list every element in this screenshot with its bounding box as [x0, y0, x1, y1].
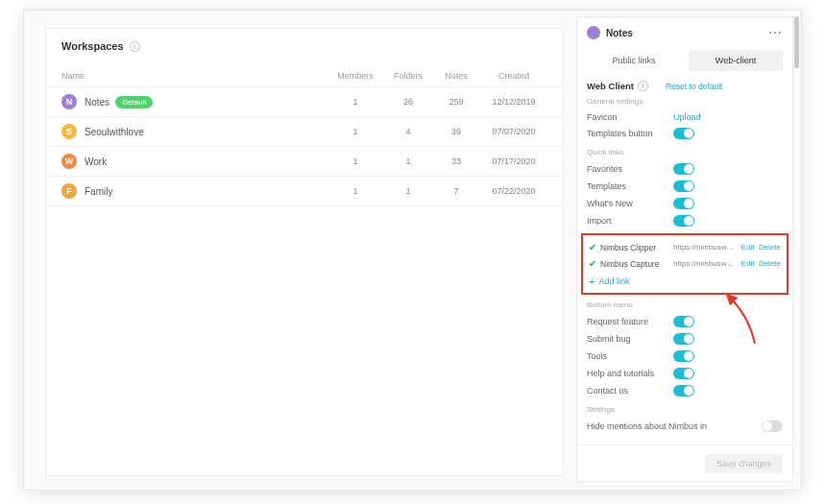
col-folders: Folders: [384, 71, 432, 81]
custom-links-highlighted-area: ✔Nimbus Clipperhttps://nimbusweb.me/clip…: [581, 233, 789, 295]
group-quick-links: Quick links: [587, 148, 783, 156]
cell-created: 12/12/2019: [480, 97, 547, 107]
section-web-client: Web Client: [587, 81, 634, 91]
cell-notes: 39: [432, 127, 480, 136]
cell-notes: 259: [432, 97, 480, 107]
custom-link-url: https://nimbusweb.me/clip…: [673, 243, 736, 252]
table-header-row: Name Members Folders Notes Created: [46, 65, 563, 87]
submit-label: Submit bug: [587, 334, 667, 344]
import-toggle[interactable]: [673, 215, 694, 227]
cell-notes: 33: [432, 156, 480, 166]
request-label: Request feature: [587, 317, 667, 326]
workspace-avatar-icon: [587, 26, 600, 39]
contact-label: Contact us: [587, 386, 667, 396]
cell-folders: 26: [384, 97, 432, 107]
workspace-icon: F: [61, 183, 77, 199]
contact-toggle[interactable]: [673, 385, 694, 396]
group-bottom-menu: Bottom menu: [587, 300, 783, 309]
cell-notes: 7: [432, 186, 480, 196]
workspace-name: Family: [85, 186, 112, 197]
templates-button-label: Templates button: [587, 129, 667, 138]
check-icon: ✔: [589, 258, 596, 269]
templates-button-toggle[interactable]: [673, 128, 694, 139]
table-row[interactable]: NNotesDefault12625912/12/2019: [46, 87, 563, 117]
custom-link-url: https://nimbusweb.me/scre…: [673, 259, 736, 268]
cell-members: 1: [327, 97, 384, 107]
help-label: Help and tutorials: [587, 369, 667, 378]
custom-link-row: ✔Nimbus Capturehttps://nimbusweb.me/scre…: [589, 255, 781, 272]
cell-folders: 1: [384, 186, 432, 196]
hide-mentions-label: Hide mentions about Nimbus in: [587, 421, 756, 431]
add-link-label: Add link: [598, 276, 629, 286]
group-general: General settings: [587, 97, 783, 106]
custom-link-name: Nimbus Clipper: [600, 243, 669, 252]
edit-link[interactable]: Edit: [741, 243, 755, 252]
table-row[interactable]: WWork113307/17/2020: [46, 147, 563, 177]
col-created: Created: [480, 71, 547, 81]
add-link-button[interactable]: + Add link: [589, 272, 781, 287]
panel-title: Notes: [606, 28, 763, 38]
workspaces-heading: Workspaces i: [46, 29, 563, 65]
group-settings: Settings: [587, 405, 783, 414]
col-members: Members: [327, 71, 384, 81]
workspace-name: Work: [85, 156, 107, 167]
delete-link[interactable]: Delete: [759, 259, 781, 268]
cell-created: 07/22/2020: [480, 186, 547, 196]
save-changes-button[interactable]: Save changes: [705, 454, 783, 473]
edit-link[interactable]: Edit: [741, 259, 755, 268]
info-icon[interactable]: i: [130, 41, 140, 52]
workspace-name: Notes: [85, 97, 109, 108]
import-label: Import: [587, 216, 667, 226]
help-toggle[interactable]: [673, 368, 694, 379]
tab-public-links[interactable]: Public links: [587, 50, 681, 71]
cell-members: 1: [327, 127, 384, 136]
hide-mentions-toggle[interactable]: [762, 420, 783, 432]
workspace-icon: N: [61, 94, 77, 109]
cell-created: 07/07/2020: [480, 127, 547, 136]
plus-icon: +: [589, 276, 594, 287]
whatsnew-toggle[interactable]: [673, 198, 694, 209]
reset-to-default-link[interactable]: Reset to default: [666, 82, 723, 91]
workspace-icon: S: [61, 124, 77, 139]
cell-members: 1: [327, 156, 384, 166]
settings-panel: Notes ⋯ Public links Web-client Web Clie…: [576, 16, 793, 482]
tools-label: Tools: [587, 351, 667, 361]
custom-link-row: ✔Nimbus Clipperhttps://nimbusweb.me/clip…: [589, 239, 781, 255]
submit-toggle[interactable]: [673, 333, 694, 345]
col-notes: Notes: [432, 71, 480, 81]
templates-toggle[interactable]: [673, 180, 694, 192]
whatsnew-label: What's New: [587, 199, 667, 208]
cell-folders: 4: [384, 127, 432, 136]
table-row[interactable]: FFamily11707/22/2020: [46, 177, 563, 206]
workspaces-card: Workspaces i Name Members Folders Notes …: [45, 28, 564, 476]
favorites-label: Favorites: [587, 164, 667, 174]
workspace-name: Seoulwithlove: [85, 127, 144, 137]
workspace-icon: W: [61, 154, 77, 169]
favicon-upload-link[interactable]: Upload: [673, 112, 783, 122]
request-toggle[interactable]: [673, 316, 694, 327]
check-icon: ✔: [589, 242, 596, 252]
col-name: Name: [61, 71, 327, 81]
delete-link[interactable]: Delete: [759, 243, 781, 252]
favorites-toggle[interactable]: [673, 163, 694, 175]
workspaces-title: Workspaces: [61, 40, 124, 52]
cell-folders: 1: [384, 156, 432, 166]
tools-toggle[interactable]: [673, 350, 694, 362]
cell-members: 1: [327, 186, 384, 196]
default-badge: Default: [115, 96, 153, 108]
table-row[interactable]: SSeoulwithlove143907/07/2020: [46, 117, 563, 147]
tab-web-client[interactable]: Web-client: [689, 50, 783, 71]
custom-link-name: Nimbus Capture: [600, 259, 669, 269]
cell-created: 07/17/2020: [480, 156, 547, 166]
templates-label: Templates: [587, 181, 667, 191]
favicon-label: Favicon: [587, 112, 667, 122]
info-icon[interactable]: i: [638, 81, 648, 91]
scrollbar-thumb[interactable]: [794, 16, 799, 68]
more-menu-icon[interactable]: ⋯: [768, 25, 783, 40]
